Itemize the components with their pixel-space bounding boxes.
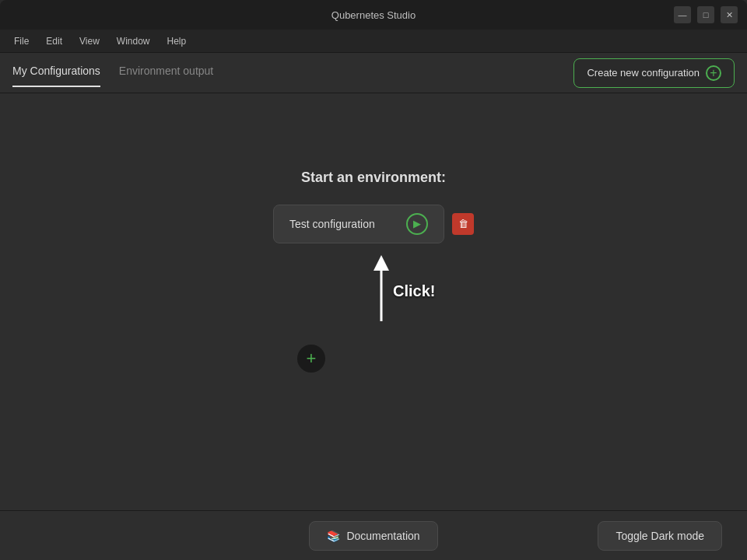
tab-bar: My Configurations Environment output Cre… <box>0 53 747 93</box>
tab-environment-output[interactable]: Environment output <box>119 65 213 82</box>
app-title: Qubernetes Studio <box>331 9 416 21</box>
play-configuration-button[interactable]: ▶ <box>406 213 428 235</box>
click-label: Click! <box>393 282 435 300</box>
documentation-button[interactable]: 📚 Documentation <box>309 521 437 551</box>
configuration-name: Test configuration <box>289 218 394 230</box>
create-new-configuration-button[interactable]: Create new configuration + <box>573 58 735 88</box>
menu-bar: File Edit View Window Help <box>0 30 747 53</box>
delete-configuration-button[interactable]: 🗑 <box>452 213 474 235</box>
bottom-bar: 📚 Documentation Toggle Dark mode <box>0 510 747 560</box>
title-bar: Qubernetes Studio — □ ✕ <box>0 0 747 30</box>
create-plus-icon: + <box>706 65 721 81</box>
menu-view[interactable]: View <box>72 33 107 50</box>
maximize-button[interactable]: □ <box>697 6 714 23</box>
content-area: Start an environment: Test configuration… <box>0 93 747 510</box>
documentation-label: Documentation <box>346 530 419 542</box>
tabs: My Configurations Environment output <box>12 65 573 82</box>
annotation-area: Click! <box>249 251 498 345</box>
menu-edit[interactable]: Edit <box>38 33 70 50</box>
minimize-button[interactable]: — <box>674 6 691 23</box>
menu-window[interactable]: Window <box>109 33 158 50</box>
configuration-item: Test configuration ▶ <box>273 205 444 243</box>
delete-icon: 🗑 <box>458 218 468 229</box>
svg-marker-1 <box>374 255 389 271</box>
menu-file[interactable]: File <box>6 33 37 50</box>
menu-help[interactable]: Help <box>160 33 195 50</box>
configuration-row: Test configuration ▶ 🗑 <box>273 205 474 243</box>
tab-my-configurations[interactable]: My Configurations <box>12 65 100 82</box>
create-button-label: Create new configuration <box>587 67 700 79</box>
toggle-dark-mode-button[interactable]: Toggle Dark mode <box>598 521 722 551</box>
documentation-icon: 📚 <box>327 530 340 542</box>
window-controls: — □ ✕ <box>674 6 738 23</box>
main-area: My Configurations Environment output Cre… <box>0 53 747 510</box>
close-button[interactable]: ✕ <box>721 6 738 23</box>
start-environment-label: Start an environment: <box>301 170 446 186</box>
add-configuration-button[interactable]: + <box>297 345 325 373</box>
